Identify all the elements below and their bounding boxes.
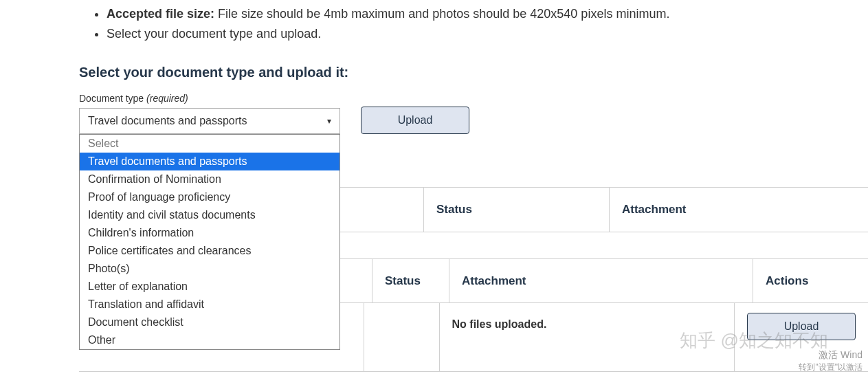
- actions-cell: Upload: [735, 303, 868, 371]
- table-header-attachment: Attachment: [449, 259, 753, 302]
- doc-type-option[interactable]: Translation and affidavit: [80, 296, 340, 313]
- doc-type-option[interactable]: Identity and civil status documents: [80, 206, 340, 224]
- doc-type-option[interactable]: Travel documents and passports: [80, 153, 340, 170]
- doc-type-option[interactable]: Children's information: [80, 224, 340, 242]
- row-upload-button[interactable]: Upload: [747, 313, 856, 340]
- instruction-item: Select your document type and upload.: [107, 24, 868, 44]
- doc-type-option[interactable]: Document checklist: [80, 313, 340, 331]
- doc-type-selected-value: Travel documents and passports: [88, 115, 247, 127]
- doc-type-option[interactable]: Police certificates and clearances: [80, 242, 340, 260]
- table-header-attachment: Attachment: [610, 188, 868, 232]
- doc-type-option[interactable]: Select: [80, 135, 340, 153]
- upload-button[interactable]: Upload: [361, 107, 469, 134]
- doc-type-option[interactable]: Letter of explanation: [80, 278, 340, 296]
- bullet-text: File size should be 4mb maximum and phot…: [214, 7, 669, 21]
- instructions-list: Accepted file size: File size should be …: [107, 4, 868, 44]
- table-header-status: Status: [424, 188, 610, 232]
- doc-type-label: Document type (required): [79, 93, 868, 104]
- status-cell: [364, 303, 440, 371]
- attachment-cell: No files uploaded.: [440, 303, 735, 371]
- table-header-status: Status: [372, 259, 449, 302]
- doc-type-dropdown: Select Travel documents and passports Co…: [79, 134, 340, 350]
- doc-type-option[interactable]: Photo(s): [80, 260, 340, 278]
- doc-type-option[interactable]: Proof of language proficiency: [80, 188, 340, 206]
- doc-type-option[interactable]: Confirmation of Nomination: [80, 170, 340, 188]
- table-header-actions: Actions: [753, 259, 868, 302]
- doc-type-option[interactable]: Other: [80, 331, 340, 349]
- bullet-label: Accepted file size:: [107, 7, 214, 21]
- instruction-item: Accepted file size: File size should be …: [107, 4, 868, 24]
- doc-type-select[interactable]: Travel documents and passports ▾: [79, 108, 340, 134]
- section-heading: Select your document type and upload it:: [79, 65, 868, 80]
- chevron-down-icon: ▾: [327, 116, 331, 126]
